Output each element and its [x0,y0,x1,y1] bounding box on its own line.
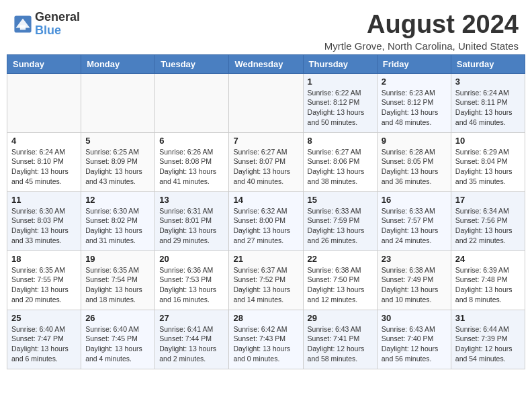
day-number: 10 [455,136,521,146]
day-info: Sunrise: 6:25 AM Sunset: 8:09 PM Dayligh… [85,147,150,187]
day-info: Sunrise: 6:40 AM Sunset: 7:47 PM Dayligh… [11,324,77,364]
day-info: Sunrise: 6:41 AM Sunset: 7:44 PM Dayligh… [159,324,224,364]
calendar-cell: 24Sunrise: 6:39 AM Sunset: 7:48 PM Dayli… [451,250,525,310]
calendar-cell [7,73,81,132]
day-info: Sunrise: 6:43 AM Sunset: 7:40 PM Dayligh… [382,324,447,364]
day-info: Sunrise: 6:38 AM Sunset: 7:50 PM Dayligh… [308,265,373,305]
day-number: 20 [159,254,224,264]
calendar-cell: 26Sunrise: 6:40 AM Sunset: 7:45 PM Dayli… [81,310,155,369]
calendar-cell: 2Sunrise: 6:23 AM Sunset: 8:12 PM Daylig… [377,73,451,132]
day-number: 8 [308,136,373,146]
calendar-wrapper: SundayMondayTuesdayWednesdayThursdayFrid… [0,54,532,376]
calendar-cell: 9Sunrise: 6:28 AM Sunset: 8:05 PM Daylig… [377,132,451,191]
day-number: 14 [233,195,298,205]
main-title: August 2024 [324,11,519,39]
calendar-cell: 22Sunrise: 6:38 AM Sunset: 7:50 PM Dayli… [303,250,377,310]
day-info: Sunrise: 6:43 AM Sunset: 7:41 PM Dayligh… [308,324,373,364]
calendar-cell: 10Sunrise: 6:29 AM Sunset: 8:04 PM Dayli… [451,132,525,191]
day-number: 19 [85,254,150,264]
calendar-cell: 25Sunrise: 6:40 AM Sunset: 7:47 PM Dayli… [7,310,81,369]
day-info: Sunrise: 6:27 AM Sunset: 8:06 PM Dayligh… [308,147,373,187]
calendar-cell: 21Sunrise: 6:37 AM Sunset: 7:52 PM Dayli… [229,250,303,310]
day-info: Sunrise: 6:27 AM Sunset: 8:07 PM Dayligh… [233,147,298,187]
day-number: 12 [85,195,150,205]
day-info: Sunrise: 6:26 AM Sunset: 8:08 PM Dayligh… [159,147,224,187]
calendar-cell: 6Sunrise: 6:26 AM Sunset: 8:08 PM Daylig… [155,132,229,191]
logo: General Blue [13,11,80,38]
calendar-header-monday: Monday [81,54,155,73]
day-number: 24 [455,254,521,264]
calendar-cell: 19Sunrise: 6:35 AM Sunset: 7:54 PM Dayli… [81,250,155,310]
calendar-cell: 17Sunrise: 6:34 AM Sunset: 7:56 PM Dayli… [451,191,525,250]
day-info: Sunrise: 6:36 AM Sunset: 7:53 PM Dayligh… [159,265,224,305]
logo-text: General Blue [35,11,80,38]
day-info: Sunrise: 6:32 AM Sunset: 8:00 PM Dayligh… [233,206,298,246]
calendar-cell: 5Sunrise: 6:25 AM Sunset: 8:09 PM Daylig… [81,132,155,191]
day-number: 26 [85,313,150,323]
day-number: 5 [85,136,150,146]
calendar-cell: 20Sunrise: 6:36 AM Sunset: 7:53 PM Dayli… [155,250,229,310]
day-number: 9 [382,136,447,146]
day-number: 7 [233,136,298,146]
svg-rect-2 [20,25,26,30]
day-info: Sunrise: 6:33 AM Sunset: 7:57 PM Dayligh… [382,206,447,246]
day-number: 1 [308,77,373,87]
day-number: 4 [11,136,77,146]
day-info: Sunrise: 6:42 AM Sunset: 7:43 PM Dayligh… [233,324,298,364]
day-number: 13 [159,195,224,205]
calendar-cell: 8Sunrise: 6:27 AM Sunset: 8:06 PM Daylig… [303,132,377,191]
day-info: Sunrise: 6:30 AM Sunset: 8:03 PM Dayligh… [11,206,77,246]
day-number: 28 [233,313,298,323]
calendar-cell: 1Sunrise: 6:22 AM Sunset: 8:12 PM Daylig… [303,73,377,132]
day-info: Sunrise: 6:39 AM Sunset: 7:48 PM Dayligh… [455,265,521,305]
day-number: 18 [11,254,77,264]
calendar-header-saturday: Saturday [451,54,525,73]
calendar-cell: 18Sunrise: 6:35 AM Sunset: 7:55 PM Dayli… [7,250,81,310]
calendar-cell [229,73,303,132]
calendar-cell: 7Sunrise: 6:27 AM Sunset: 8:07 PM Daylig… [229,132,303,191]
calendar-cell: 13Sunrise: 6:31 AM Sunset: 8:01 PM Dayli… [155,191,229,250]
day-number: 6 [159,136,224,146]
day-info: Sunrise: 6:30 AM Sunset: 8:02 PM Dayligh… [85,206,150,246]
subtitle: Myrtle Grove, North Carolina, United Sta… [324,40,519,52]
day-info: Sunrise: 6:29 AM Sunset: 8:04 PM Dayligh… [455,147,521,187]
day-info: Sunrise: 6:35 AM Sunset: 7:55 PM Dayligh… [11,265,77,305]
calendar-cell: 12Sunrise: 6:30 AM Sunset: 8:02 PM Dayli… [81,191,155,250]
day-info: Sunrise: 6:24 AM Sunset: 8:11 PM Dayligh… [455,88,521,128]
day-number: 22 [308,254,373,264]
calendar-header-sunday: Sunday [7,54,81,73]
day-info: Sunrise: 6:24 AM Sunset: 8:10 PM Dayligh… [11,147,77,187]
calendar-header-thursday: Thursday [303,54,377,73]
day-info: Sunrise: 6:35 AM Sunset: 7:54 PM Dayligh… [85,265,150,305]
calendar-cell: 15Sunrise: 6:33 AM Sunset: 7:59 PM Dayli… [303,191,377,250]
day-number: 31 [455,313,521,323]
day-number: 30 [382,313,447,323]
week-row-5: 25Sunrise: 6:40 AM Sunset: 7:47 PM Dayli… [7,310,525,369]
calendar-cell: 31Sunrise: 6:44 AM Sunset: 7:39 PM Dayli… [451,310,525,369]
day-info: Sunrise: 6:40 AM Sunset: 7:45 PM Dayligh… [85,324,150,364]
day-number: 16 [382,195,447,205]
day-info: Sunrise: 6:28 AM Sunset: 8:05 PM Dayligh… [382,147,447,187]
day-number: 2 [382,77,447,87]
week-row-3: 11Sunrise: 6:30 AM Sunset: 8:03 PM Dayli… [7,191,525,250]
day-number: 21 [233,254,298,264]
day-number: 25 [11,313,77,323]
day-info: Sunrise: 6:22 AM Sunset: 8:12 PM Dayligh… [308,88,373,128]
calendar-cell: 27Sunrise: 6:41 AM Sunset: 7:44 PM Dayli… [155,310,229,369]
title-block: August 2024 Myrtle Grove, North Carolina… [324,11,519,52]
calendar-cell: 29Sunrise: 6:43 AM Sunset: 7:41 PM Dayli… [303,310,377,369]
week-row-4: 18Sunrise: 6:35 AM Sunset: 7:55 PM Dayli… [7,250,525,310]
calendar-header-row: SundayMondayTuesdayWednesdayThursdayFrid… [7,54,525,73]
calendar-table: SundayMondayTuesdayWednesdayThursdayFrid… [7,54,525,369]
calendar-cell: 16Sunrise: 6:33 AM Sunset: 7:57 PM Dayli… [377,191,451,250]
calendar-cell: 14Sunrise: 6:32 AM Sunset: 8:00 PM Dayli… [229,191,303,250]
day-info: Sunrise: 6:34 AM Sunset: 7:56 PM Dayligh… [455,206,521,246]
calendar-header-wednesday: Wednesday [229,54,303,73]
calendar-cell: 3Sunrise: 6:24 AM Sunset: 8:11 PM Daylig… [451,73,525,132]
week-row-2: 4Sunrise: 6:24 AM Sunset: 8:10 PM Daylig… [7,132,525,191]
day-number: 3 [455,77,521,87]
day-info: Sunrise: 6:44 AM Sunset: 7:39 PM Dayligh… [455,324,521,364]
day-info: Sunrise: 6:23 AM Sunset: 8:12 PM Dayligh… [382,88,447,128]
calendar-cell: 30Sunrise: 6:43 AM Sunset: 7:40 PM Dayli… [377,310,451,369]
day-number: 27 [159,313,224,323]
